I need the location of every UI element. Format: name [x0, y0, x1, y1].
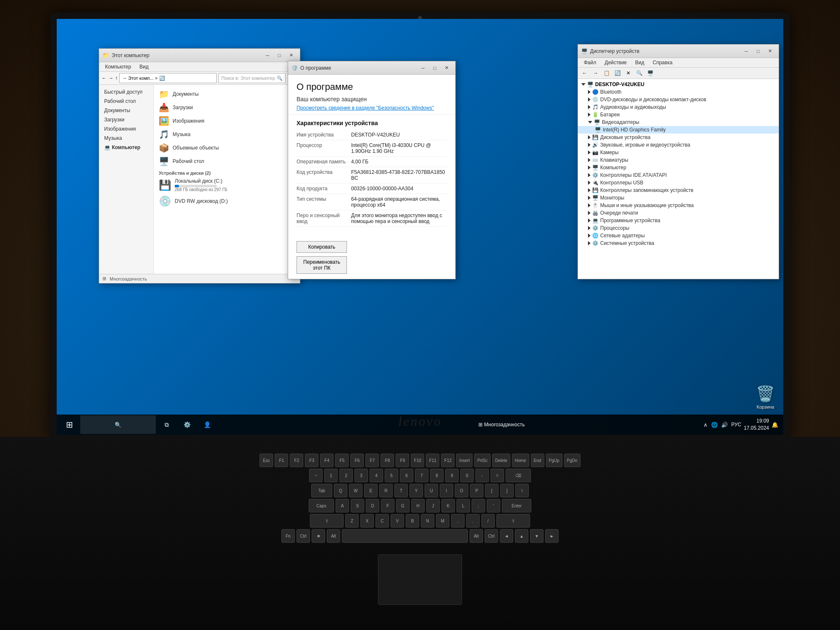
key-pgup[interactable]: PgUp [546, 454, 562, 467]
notification-bell-icon[interactable]: 🔔 [772, 422, 778, 428]
network-status-icon[interactable]: 🌐 [711, 422, 718, 428]
key-a[interactable]: A [336, 499, 349, 512]
key-k[interactable]: K [441, 499, 455, 512]
key-7[interactable]: 7 [415, 469, 428, 482]
key-r[interactable]: R [379, 484, 393, 497]
dm-menu-file[interactable]: Файл [580, 59, 600, 66]
sidebar-computer[interactable]: 💻 Компьютер [99, 143, 153, 152]
key-9[interactable]: 9 [445, 469, 459, 482]
minimize-button[interactable]: ─ [262, 51, 273, 60]
dm-menu-view[interactable]: Вид [632, 59, 648, 66]
dm-forward-btn[interactable]: → [591, 68, 601, 78]
key-enter[interactable]: Enter [502, 499, 531, 512]
up-button[interactable]: ↑ [115, 75, 118, 81]
key-lwin[interactable]: ❖ [312, 529, 325, 543]
start-button[interactable]: ⊞ [60, 415, 79, 434]
key-esc[interactable]: Esc [260, 454, 273, 467]
key-f4[interactable]: F4 [320, 454, 333, 467]
language-indicator[interactable]: РУС [731, 422, 741, 428]
key-minus[interactable]: - [475, 469, 489, 482]
key-left[interactable]: ◄ [500, 529, 513, 543]
folder-desktop[interactable]: 🖥️ Рабочий стол [156, 155, 297, 168]
key-lctrl[interactable]: Ctrl [297, 529, 310, 543]
key-2[interactable]: 2 [339, 469, 353, 482]
folder-images[interactable]: 🖼️ Изображения [156, 114, 297, 128]
dm-item-ide[interactable]: ⚙️ Контроллеры IDE ATA/ATAPI [578, 171, 779, 179]
key-comma[interactable]: , [451, 514, 465, 528]
dm-item-audio[interactable]: 🎵 Аудиовходы и аудиовыходы [578, 103, 779, 111]
drive-c[interactable]: 💾 Локальный диск (C:) 268 ГБ свободно из… [156, 176, 297, 194]
key-y[interactable]: Y [410, 484, 423, 497]
key-end[interactable]: End [531, 454, 544, 467]
menu-computer[interactable]: Компьютер [102, 63, 134, 71]
key-3[interactable]: 3 [354, 469, 368, 482]
dm-item-battery[interactable]: 🔋 Батареи [578, 111, 779, 118]
key-tilde[interactable]: ~ [309, 469, 323, 482]
key-equals[interactable]: = [491, 469, 504, 482]
key-prtsc[interactable]: PrtSc [474, 454, 490, 467]
key-f7[interactable]: F7 [365, 454, 379, 467]
key-pgdn[interactable]: PgDn [564, 454, 580, 467]
taskbar-clock[interactable]: 19:09 17.05.2024 [744, 417, 769, 432]
key-x[interactable]: X [360, 514, 374, 528]
dm-item-print[interactable]: 🖨️ Очереди печати [578, 209, 779, 217]
dm-scan-btn[interactable]: 🔍 [634, 68, 644, 78]
key-g[interactable]: G [396, 499, 410, 512]
dm-item-disks[interactable]: 💾 Дисковые устройства [578, 134, 779, 141]
key-l[interactable]: L [457, 499, 470, 512]
folder-documents[interactable]: 📁 Документы [156, 87, 297, 101]
dm-uninstall-btn[interactable]: ✕ [623, 68, 633, 78]
key-rctrl[interactable]: Ctrl [485, 529, 498, 543]
key-b[interactable]: B [406, 514, 419, 528]
dm-menu-help[interactable]: Справка [649, 59, 676, 66]
copy-button[interactable]: Копировать [297, 241, 347, 253]
key-tab[interactable]: Tab [311, 484, 332, 497]
key-f5[interactable]: F5 [335, 454, 349, 467]
key-f12[interactable]: F12 [441, 454, 454, 467]
dm-item-network[interactable]: 🌐 Сетевые адаптеры [578, 232, 779, 239]
dm-item-keyboards[interactable]: ⌨️ Клавиатуры [578, 156, 779, 164]
dm-item-dvd[interactable]: 💿 DVD-дисководы и дисководы компакт-диск… [578, 96, 779, 103]
dm-close-button[interactable]: ✕ [764, 47, 775, 55]
key-q[interactable]: Q [334, 484, 347, 497]
key-semicolon[interactable]: ; [472, 499, 485, 512]
key-right[interactable]: ► [545, 529, 559, 543]
key-n[interactable]: N [421, 514, 434, 528]
volume-icon[interactable]: 🔊 [721, 422, 728, 428]
key-s[interactable]: S [351, 499, 364, 512]
dm-item-processors[interactable]: ⚙️ Процессоры [578, 224, 779, 232]
recycle-bin-icon[interactable]: 🗑️ Корзина [756, 385, 775, 410]
key-i[interactable]: I [440, 484, 453, 497]
taskbar-multitask-label[interactable]: ⊞ Многозадачность [478, 422, 525, 428]
sidebar-music[interactable]: Музыка [99, 134, 153, 143]
sidebar-documents[interactable]: Документы [99, 106, 153, 115]
key-home[interactable]: Home [512, 454, 529, 467]
key-f10[interactable]: F10 [411, 454, 424, 467]
key-fn[interactable]: Fn [281, 529, 295, 543]
key-0[interactable]: 0 [460, 469, 474, 482]
dm-item-intel-gpu[interactable]: 🖥️ Intel(R) HD Graphics Family [578, 126, 779, 134]
menu-view[interactable]: Вид [136, 63, 152, 71]
key-4[interactable]: 4 [370, 469, 383, 482]
arrow-up-icon[interactable]: ∧ [704, 422, 708, 428]
key-w[interactable]: W [349, 484, 362, 497]
key-ralt[interactable]: Alt [470, 529, 483, 543]
dm-item-monitors[interactable]: 🖥️ Мониторы [578, 194, 779, 202]
dm-item-computer[interactable]: 🖥️ Компьютер [578, 164, 779, 171]
key-f3[interactable]: F3 [305, 454, 318, 467]
search-taskbar-button[interactable]: 🔍 [80, 415, 156, 434]
key-5[interactable]: 5 [385, 469, 398, 482]
key-6[interactable]: 6 [400, 469, 413, 482]
dm-item-system-dev[interactable]: ⚙️ Системные устройства [578, 239, 779, 247]
key-period[interactable]: . [466, 514, 480, 528]
key-f1[interactable]: F1 [275, 454, 288, 467]
key-t[interactable]: T [394, 484, 408, 497]
dm-item-video[interactable]: 🖥️ Видеоадаптеры [578, 118, 779, 126]
key-backspace[interactable]: ⌫ [506, 469, 531, 482]
key-f[interactable]: F [381, 499, 394, 512]
key-delete[interactable]: Delete [492, 454, 510, 467]
close-button[interactable]: ✕ [286, 51, 297, 60]
key-f2[interactable]: F2 [290, 454, 303, 467]
dm-update-btn[interactable]: 🔄 [612, 68, 622, 78]
key-lshift[interactable]: ⇧ [310, 514, 344, 528]
